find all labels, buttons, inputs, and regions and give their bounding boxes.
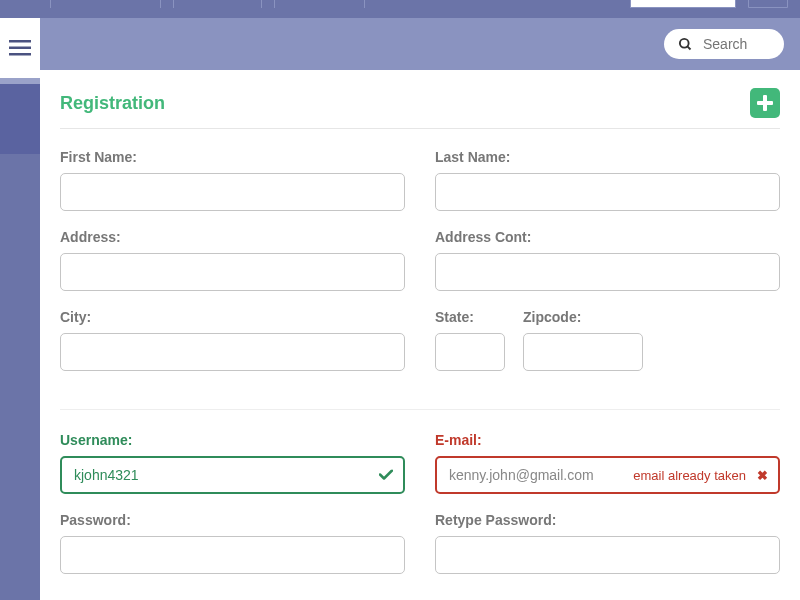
- svg-point-3: [680, 38, 689, 47]
- user-menu[interactable]: Vince Golf ▼: [630, 0, 736, 8]
- svg-rect-6: [757, 101, 773, 105]
- left-rail: [0, 18, 40, 600]
- address-cont-label: Address Cont:: [435, 229, 780, 245]
- state-label: State:: [435, 309, 505, 325]
- password-input[interactable]: [60, 536, 405, 574]
- rail-item[interactable]: [0, 314, 40, 394]
- username-input[interactable]: [60, 456, 405, 494]
- city-label: City:: [60, 309, 405, 325]
- search-icon: [678, 37, 693, 52]
- state-input[interactable]: [435, 333, 505, 371]
- divider: [60, 409, 780, 410]
- close-icon[interactable]: ✖: [757, 468, 768, 483]
- nav-reports[interactable]: Reports: [274, 0, 365, 8]
- retype-password-label: Retype Password:: [435, 512, 780, 528]
- rail-item[interactable]: [0, 234, 40, 314]
- svg-line-4: [687, 46, 690, 49]
- search-box[interactable]: [664, 29, 784, 59]
- retype-password-input[interactable]: [435, 536, 780, 574]
- rail-item[interactable]: [0, 84, 40, 154]
- hamburger-icon: [9, 40, 31, 56]
- rail-item[interactable]: [0, 154, 40, 234]
- address-cont-input[interactable]: [435, 253, 780, 291]
- menu-toggle[interactable]: [0, 18, 40, 78]
- email-error-text: email already taken: [633, 468, 746, 483]
- page-title: Registration: [60, 93, 165, 114]
- add-button[interactable]: [750, 88, 780, 118]
- content-area: Registration First Name: Last Name:: [40, 70, 800, 600]
- address-input[interactable]: [60, 253, 405, 291]
- settings-button[interactable]: [748, 0, 788, 8]
- search-input[interactable]: [703, 36, 763, 52]
- svg-rect-0: [9, 40, 31, 43]
- address-label: Address:: [60, 229, 405, 245]
- nav-dashboard[interactable]: Dashboard: [50, 0, 161, 8]
- svg-rect-1: [9, 47, 31, 50]
- zipcode-input[interactable]: [523, 333, 643, 371]
- nav-activity[interactable]: Activity: [173, 0, 262, 8]
- first-name-input[interactable]: [60, 173, 405, 211]
- zipcode-label: Zipcode:: [523, 309, 643, 325]
- sub-header: [40, 18, 800, 70]
- top-nav: Dashboard Activity Reports Vince Golf ▼: [0, 0, 800, 18]
- last-name-label: Last Name:: [435, 149, 780, 165]
- password-label: Password:: [60, 512, 405, 528]
- first-name-label: First Name:: [60, 149, 405, 165]
- email-label: E-mail:: [435, 432, 780, 448]
- city-input[interactable]: [60, 333, 405, 371]
- divider: [60, 128, 780, 129]
- last-name-input[interactable]: [435, 173, 780, 211]
- plus-icon: [757, 95, 773, 111]
- username-label: Username:: [60, 432, 405, 448]
- rail-filler: [0, 394, 40, 600]
- svg-rect-2: [9, 53, 31, 56]
- check-icon: [379, 470, 393, 481]
